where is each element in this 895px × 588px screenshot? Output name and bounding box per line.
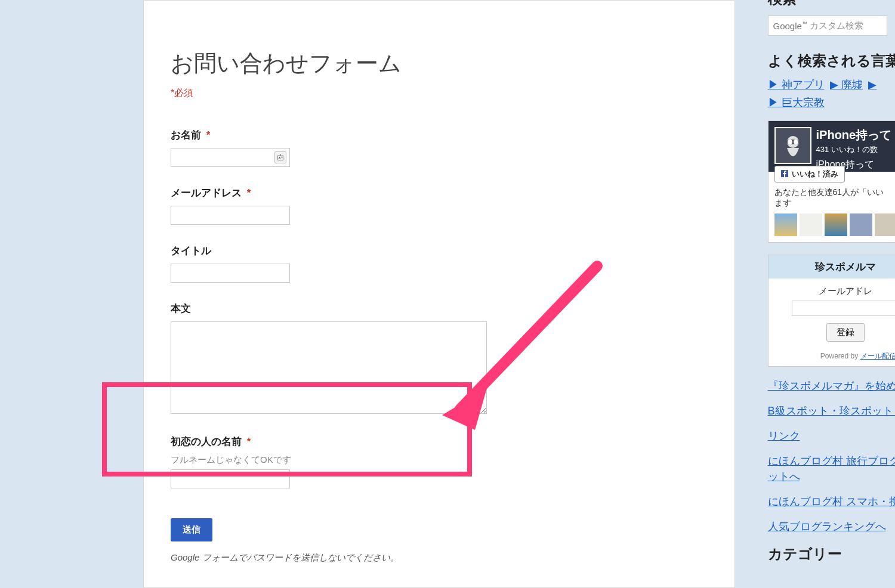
contact-card-icon[interactable] [274, 151, 286, 163]
sidebar-link[interactable]: にほんブログ村 スマホ・携帯 [768, 496, 895, 507]
fb-people-text: あなたと他友達61人が「いい ます [774, 187, 895, 209]
category-heading: カテゴリー [768, 544, 895, 564]
fb-title: iPhone持って [816, 127, 895, 143]
google-brand: Google [171, 552, 199, 562]
search-heading: 検索 [768, 0, 895, 8]
sidebar-link[interactable]: 人気ブログランキングへ [768, 521, 886, 533]
tag-link[interactable]: ▶ 巨大宗教 [768, 97, 825, 109]
crush-input[interactable] [171, 469, 290, 488]
popular-search-heading: よく検索される言葉 [768, 51, 895, 70]
email-label-text: メールアドレス [171, 187, 242, 199]
svg-point-8 [794, 140, 798, 144]
required-asterisk: * [206, 129, 211, 141]
crush-label: 初恋の人の名前 * [171, 435, 708, 448]
fb-likes: 431 いいね！の数 [816, 144, 895, 155]
sidebar-link-list: 『珍スポメルマガ』を始めます B級スポット・珍スポットとは リンク にほんブログ… [768, 379, 895, 534]
tag-link[interactable]: ▶ [868, 79, 877, 91]
field-subject: タイトル [171, 244, 708, 283]
field-body: 本文 [171, 302, 708, 416]
required-asterisk: * [247, 187, 251, 199]
facebook-icon [781, 170, 788, 179]
email-input[interactable] [171, 206, 290, 225]
field-name: お名前 * [171, 128, 708, 167]
tag-links: ▶ 神アプリ ▶ 廃墟 ▶ ▶ 巨大宗教 [768, 78, 895, 110]
svg-rect-4 [280, 154, 281, 156]
newsletter-email-input[interactable] [792, 301, 895, 316]
newsletter-register-button[interactable]: 登録 [826, 323, 865, 342]
fb-face[interactable] [875, 213, 895, 236]
search-input[interactable]: Google™ カスタム検索 [768, 16, 887, 36]
tag-link[interactable]: ▶ 神アプリ [768, 79, 825, 91]
search-placeholder: カスタム検索 [810, 20, 863, 32]
fb-face[interactable] [825, 213, 847, 236]
form-title: お問い合わせフォーム [171, 48, 708, 79]
fb-avatar[interactable] [774, 127, 811, 164]
tag-link[interactable]: ▶ 廃墟 [830, 79, 863, 91]
sidebar-link[interactable]: B級スポット・珍スポットとは [768, 405, 895, 417]
body-label: 本文 [171, 302, 708, 315]
field-email: メールアドレス * [171, 186, 708, 225]
fb-face[interactable] [800, 213, 822, 236]
newsletter-label: メールアドレ [776, 286, 895, 297]
subject-input[interactable] [171, 264, 290, 283]
newsletter-title: 珍スポメルマ [769, 255, 895, 278]
fb-header: iPhone持って 431 いいね！の数 iPhone持って いいね！済み [769, 121, 895, 172]
sidebar-link[interactable]: リンク [768, 430, 800, 442]
sidebar-link[interactable]: 『珍スポメルマガ』を始めます [768, 380, 895, 392]
contact-form-card: お問い合わせフォーム *必須 お名前 * メールアドレス * [143, 0, 735, 588]
name-label: お名前 * [171, 128, 708, 142]
mail-system-link[interactable]: メール配信システ [860, 352, 895, 360]
sidebar-link[interactable]: にほんブログ村 旅行ブログ 珍 [768, 455, 895, 467]
powered-by-text: Powered by [820, 352, 858, 360]
fb-like-button[interactable]: いいね！済み [774, 166, 845, 182]
fb-face[interactable] [774, 213, 797, 236]
email-label: メールアドレス * [171, 186, 708, 200]
name-input[interactable] [171, 148, 290, 167]
newsletter-footer: Powered by メール配信システ [769, 349, 895, 366]
required-note: *必須 [171, 87, 708, 100]
facebook-widget: iPhone持って 431 いいね！の数 iPhone持って いいね！済み あな… [768, 120, 895, 243]
crush-label-text: 初恋の人の名前 [171, 436, 242, 447]
field-crush: 初恋の人の名前 * フルネームじゃなくてOKです [171, 435, 708, 488]
sidebar-link[interactable]: ットへ [768, 471, 800, 482]
sidebar: 検索 Google™ カスタム検索 よく検索される言葉 ▶ 神アプリ ▶ 廃墟 … [747, 0, 895, 571]
required-asterisk: * [247, 436, 251, 447]
name-label-text: お名前 [171, 129, 201, 141]
form-footer: Google フォームでパスワードを送信しないでください。 [171, 552, 708, 564]
fb-faces [774, 213, 895, 236]
svg-point-7 [788, 140, 792, 144]
footer-text: フォームでパスワードを送信しないでください。 [202, 552, 399, 562]
body-textarea[interactable] [171, 321, 487, 414]
crush-hint: フルネームじゃなくてOKです [171, 454, 708, 466]
fb-like-button-label: いいね！済み [792, 169, 838, 180]
submit-button[interactable]: 送信 [171, 518, 212, 541]
google-brand: Google™ [773, 21, 807, 31]
fb-face[interactable] [850, 213, 872, 236]
newsletter-widget: 珍スポメルマ メールアドレ 登録 Powered by メール配信システ [768, 255, 895, 367]
subject-label: タイトル [171, 244, 708, 258]
